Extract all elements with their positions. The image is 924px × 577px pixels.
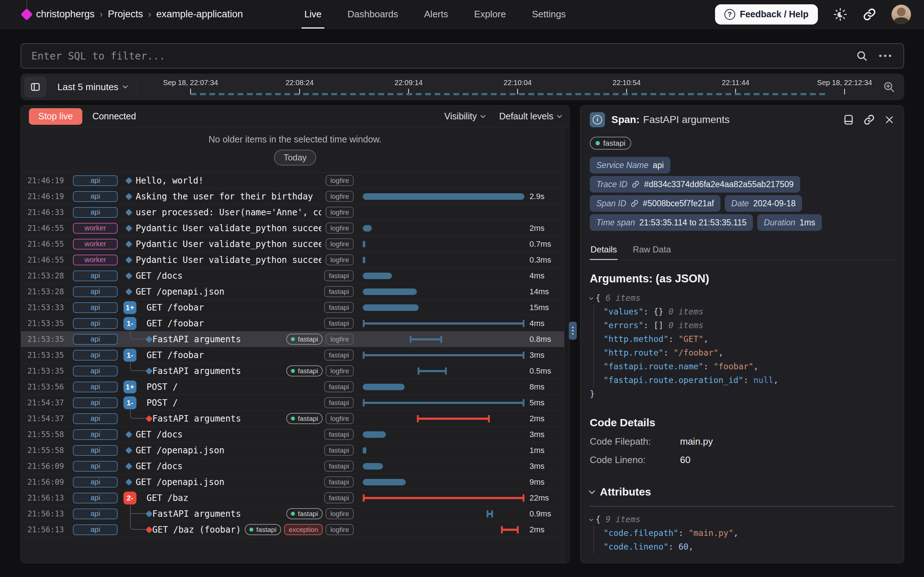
service-tag[interactable]: api: [73, 334, 118, 345]
trace-row[interactable]: 21:46:55 worker Pydantic User validate_p…: [21, 220, 569, 236]
trace-row[interactable]: 21:53:33 api 1+ GET /foobar fastapi 15ms: [21, 300, 569, 316]
scope-pill[interactable]: fastapi: [324, 429, 354, 440]
more-options-icon[interactable]: •••: [879, 51, 893, 61]
tab-live[interactable]: Live: [304, 0, 321, 29]
expand-toggle-badge[interactable]: 1-: [123, 396, 136, 409]
service-tag[interactable]: api: [73, 493, 118, 503]
scope-pill[interactable]: logfire: [326, 175, 354, 186]
trace-row[interactable]: 21:55:58 api GET /docs fastapi 3ms: [21, 427, 569, 443]
scope-pill[interactable]: logfire: [326, 239, 354, 250]
trace-row[interactable]: 21:53:35 api 1- GET /foobar fastapi 3ms: [21, 347, 569, 363]
scope-pill[interactable]: fastapi: [324, 381, 354, 392]
service-tag[interactable]: api: [73, 175, 118, 186]
instrumentation-pill[interactable]: fastapi: [590, 137, 631, 150]
trace-row[interactable]: 21:53:35 api FastAPI arguments fastapilo…: [21, 331, 569, 347]
scope-pill[interactable]: logfire: [326, 222, 354, 234]
attributes-json-viewer[interactable]: { 9 items"code.filepath": "main.py","cod…: [590, 513, 894, 554]
metadata-chip[interactable]: Duration 1ms: [757, 214, 822, 231]
sql-filter-input[interactable]: Enter SQL to filter...: [31, 50, 856, 62]
share-link-icon[interactable]: [863, 8, 876, 21]
tab-raw-data[interactable]: Raw Data: [632, 242, 671, 259]
scope-pill[interactable]: fastapi: [324, 492, 354, 503]
scope-pill[interactable]: logfire: [326, 334, 354, 345]
trace-row[interactable]: 21:56:13 api 2- GET /baz fastapi 22ms: [21, 490, 569, 506]
service-tag[interactable]: api: [73, 207, 118, 218]
tab-dashboards[interactable]: Dashboards: [347, 0, 398, 29]
expand-toggle-badge[interactable]: 2-: [123, 492, 136, 504]
service-tag[interactable]: api: [73, 461, 118, 472]
scope-pill[interactable]: logfire: [326, 365, 354, 377]
user-avatar[interactable]: [892, 5, 911, 24]
service-tag[interactable]: api: [73, 397, 118, 408]
expand-toggle-badge[interactable]: 1-: [123, 349, 136, 362]
service-tag[interactable]: api: [73, 191, 118, 202]
trace-row[interactable]: 21:54:37 api FastAPI arguments fastapilo…: [21, 411, 569, 427]
timeline-ticks[interactable]: Sep 18, 22:07:3422:08:2422:09:1422:10:04…: [21, 74, 904, 100]
trace-row[interactable]: 21:56:13 api GET /baz (foobar) fastapiex…: [21, 522, 569, 538]
feedback-help-button[interactable]: ? Feedback / Help: [715, 4, 818, 24]
trace-row[interactable]: 21:53:28 api GET /openapi.json fastapi 1…: [21, 284, 569, 300]
metadata-chip[interactable]: Trace ID #d834c3374dd6fa2e4aa82a55ab2175…: [590, 176, 800, 193]
service-tag[interactable]: api: [73, 366, 118, 377]
metadata-chip[interactable]: Date 2024-09-18: [725, 195, 802, 212]
breadcrumb-projects[interactable]: Projects: [108, 9, 143, 20]
scope-pill[interactable]: logfire: [326, 191, 354, 202]
service-tag[interactable]: api: [73, 413, 118, 424]
scope-pill[interactable]: logfire: [326, 254, 354, 266]
attributes-section-toggle[interactable]: Attributes: [590, 486, 894, 498]
close-icon[interactable]: [884, 115, 894, 125]
tab-details[interactable]: Details: [590, 242, 617, 260]
trace-row[interactable]: 21:46:33 api user processed: User(name='…: [21, 205, 569, 220]
trace-row[interactable]: 21:46:55 worker Pydantic User validate_p…: [21, 252, 569, 268]
breadcrumb-project[interactable]: example-application: [156, 9, 243, 20]
collapse-caret-icon[interactable]: [589, 517, 593, 521]
trace-row[interactable]: 21:54:37 api 1- POST / fastapi 5ms: [21, 395, 569, 411]
instrumentation-pill[interactable]: fastapi: [286, 365, 323, 377]
scope-pill[interactable]: fastapi: [324, 397, 354, 408]
scope-pill[interactable]: fastapi: [324, 461, 354, 472]
instrumentation-pill[interactable]: fastapi: [286, 334, 323, 345]
scope-pill[interactable]: fastapi: [324, 445, 354, 456]
metadata-chip[interactable]: Service Name api: [590, 157, 670, 174]
tab-explore[interactable]: Explore: [474, 0, 506, 29]
expand-toggle-badge[interactable]: 1+: [123, 380, 136, 393]
trace-row[interactable]: 21:55:58 api GET /openapi.json fastapi 1…: [21, 443, 569, 458]
default-levels-dropdown[interactable]: Default levels: [499, 111, 561, 121]
instrumentation-pill[interactable]: fastapi: [286, 413, 323, 424]
service-tag[interactable]: api: [73, 271, 118, 281]
service-tag[interactable]: api: [73, 350, 118, 361]
trace-row[interactable]: 21:46:19 api Hello, world! logfire: [21, 173, 569, 189]
trace-row[interactable]: 21:53:56 api 1+ POST / fastapi 8ms: [21, 379, 569, 395]
trace-row[interactable]: 21:46:55 worker Pydantic User validate_p…: [21, 236, 569, 252]
scope-pill[interactable]: fastapi: [324, 302, 354, 313]
scope-pill[interactable]: fastapi: [324, 350, 354, 361]
scope-pill[interactable]: fastapi: [324, 286, 354, 297]
collapse-caret-icon[interactable]: [589, 296, 593, 300]
trace-row[interactable]: 21:56:13 api FastAPI arguments fastapilo…: [21, 506, 569, 522]
exception-pill[interactable]: exception: [284, 524, 323, 535]
trace-row[interactable]: 21:53:35 api FastAPI arguments fastapilo…: [21, 363, 569, 379]
search-icon[interactable]: [856, 50, 868, 62]
scope-pill[interactable]: logfire: [326, 508, 354, 519]
today-button[interactable]: Today: [274, 150, 316, 166]
service-tag[interactable]: api: [73, 382, 118, 392]
service-tag[interactable]: api: [73, 508, 118, 519]
trace-row[interactable]: 21:56:09 api GET /openapi.json fastapi 9…: [21, 474, 569, 490]
breadcrumb-org[interactable]: christophergs: [36, 9, 95, 20]
scope-pill[interactable]: logfire: [326, 524, 354, 535]
expand-toggle-badge[interactable]: 1+: [123, 301, 136, 314]
theme-toggle-icon[interactable]: [833, 7, 848, 22]
scope-pill[interactable]: fastapi: [324, 318, 354, 329]
service-tag[interactable]: api: [73, 286, 118, 297]
service-tag[interactable]: worker: [73, 223, 118, 234]
arguments-json-viewer[interactable]: { 6 items"values": {} 0 items"errors": […: [590, 291, 894, 401]
tab-settings[interactable]: Settings: [532, 0, 566, 29]
service-tag[interactable]: api: [73, 429, 118, 440]
metadata-chip[interactable]: Time span 21:53:35.114 to 21:53:35.115: [590, 214, 753, 231]
stop-live-button[interactable]: Stop live: [29, 108, 82, 125]
dock-panel-icon[interactable]: [843, 114, 854, 126]
zoom-in-icon[interactable]: [882, 81, 895, 93]
scope-pill[interactable]: fastapi: [324, 476, 354, 488]
tab-alerts[interactable]: Alerts: [424, 0, 448, 29]
service-tag[interactable]: worker: [73, 239, 118, 250]
